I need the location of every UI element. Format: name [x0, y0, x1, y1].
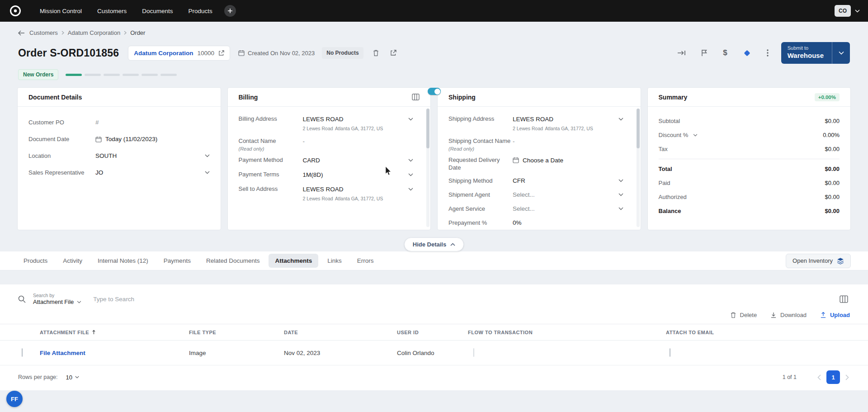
attachment-file-link[interactable]: File Attachment	[40, 350, 189, 356]
field-value[interactable]: Select...	[513, 205, 535, 212]
tab-errors[interactable]: Errors	[351, 254, 380, 268]
app-logo-icon[interactable]	[9, 5, 22, 17]
field-value[interactable]: JO	[95, 169, 103, 176]
submit-arrow-icon[interactable]	[676, 49, 687, 57]
field-value[interactable]: CFR	[513, 177, 525, 184]
avatar[interactable]: FF	[6, 391, 23, 407]
billing-address-field[interactable]: Billing Address LEWES ROAD 2 Lewes Road …	[239, 114, 414, 132]
chevron-down-icon[interactable]	[618, 207, 623, 210]
field-value[interactable]: LEWES ROAD	[303, 186, 344, 193]
shipping-method-field[interactable]: Shipping Method CFR	[448, 176, 623, 186]
status-badge[interactable]: New Orders	[18, 69, 58, 80]
flow-to-transaction-checkbox[interactable]	[473, 348, 474, 357]
open-inventory-button[interactable]: Open Inventory	[786, 254, 851, 268]
kebab-menu-icon[interactable]	[766, 48, 769, 57]
tab-payments[interactable]: Payments	[157, 254, 197, 268]
chevron-down-icon[interactable]	[618, 179, 623, 182]
requested-delivery-date-field[interactable]: Requested Delivery Date Choose a Date	[448, 155, 623, 172]
breadcrumb-customers[interactable]: Customers	[29, 29, 58, 36]
tab-related-documents[interactable]: Related Documents	[200, 254, 266, 268]
diamond-icon[interactable]	[742, 48, 752, 58]
tab-internal-notes[interactable]: Internal Notes (12)	[91, 254, 155, 268]
chevron-down-icon[interactable]	[408, 159, 413, 162]
col-date[interactable]: DATE	[284, 330, 397, 335]
field-value[interactable]: CARD	[303, 157, 320, 164]
chevron-down-icon[interactable]	[205, 154, 210, 157]
prepayment-field[interactable]: Prepayment % 0%	[448, 218, 623, 228]
sort-ascending-icon[interactable]	[92, 330, 96, 335]
search-by-field[interactable]: Attachment File	[33, 298, 74, 305]
customer-chip-name[interactable]: Adatum Corporation	[134, 50, 193, 57]
chevron-down-icon[interactable]	[408, 173, 413, 176]
document-date-field[interactable]: Document Date Today (11/02/2023)	[28, 131, 210, 147]
nav-documents[interactable]: Documents	[136, 4, 179, 19]
external-link-icon[interactable]	[218, 50, 224, 56]
field-value[interactable]: #	[95, 119, 210, 126]
col-attach-to-email[interactable]: ATTACH TO EMAIL	[666, 330, 868, 335]
table-row[interactable]: File Attachment Image Nov 02, 2023 Colin…	[0, 341, 868, 365]
open-in-new-icon[interactable]	[388, 48, 398, 58]
attach-to-email-checkbox[interactable]	[670, 348, 670, 357]
add-new-button[interactable]	[224, 5, 236, 17]
nav-customers[interactable]: Customers	[91, 4, 133, 19]
agent-service-field[interactable]: Agent Service Select...	[448, 204, 623, 214]
breadcrumb-customer-name[interactable]: Adatum Corporation	[68, 29, 120, 36]
chevron-down-icon[interactable]	[408, 188, 413, 191]
page-number-button[interactable]: 1	[826, 370, 840, 384]
field-value[interactable]: Select...	[513, 191, 535, 198]
delete-order-icon[interactable]	[371, 47, 381, 58]
address-sync-toggle[interactable]	[428, 88, 441, 95]
row-checkbox[interactable]	[22, 348, 23, 357]
upload-button[interactable]: Upload	[820, 312, 850, 318]
customer-po-field[interactable]: Customer PO #	[28, 114, 210, 131]
nav-products[interactable]: Products	[182, 4, 219, 19]
sell-to-address-field[interactable]: Sell to Address LEWES ROAD 2 Lewes Road …	[239, 184, 414, 202]
col-flow-to-transaction[interactable]: FLOW TO TRANSACTION	[468, 330, 666, 335]
previous-page-icon[interactable]	[816, 374, 822, 381]
col-user-id[interactable]: USER ID	[397, 330, 468, 335]
payment-terms-field[interactable]: Payment Terms 1M(8D)	[239, 170, 414, 180]
field-value[interactable]: LEWES ROAD	[513, 116, 553, 123]
sales-representative-field[interactable]: Sales Representative JO	[28, 164, 210, 181]
submit-dropdown-icon[interactable]	[832, 42, 850, 64]
next-page-icon[interactable]	[844, 374, 850, 381]
field-value[interactable]: 0%	[513, 219, 522, 226]
field-value[interactable]: LEWES ROAD	[303, 116, 344, 123]
billing-scrollbar[interactable]	[426, 109, 429, 227]
submit-to-warehouse-button[interactable]: Submit to Warehouse	[781, 42, 850, 64]
tab-attachments[interactable]: Attachments	[269, 254, 318, 268]
tab-activity[interactable]: Activity	[57, 254, 89, 268]
currency-icon[interactable]: $	[722, 47, 728, 58]
nav-mission-control[interactable]: Mission Control	[33, 4, 88, 19]
col-file-type[interactable]: FILE TYPE	[189, 330, 284, 335]
company-badge[interactable]: CO	[835, 5, 851, 17]
search-by-selector[interactable]: Search by Attachment File	[33, 293, 81, 305]
col-attachment-file[interactable]: ATTACHMENT FILE	[40, 330, 189, 335]
column-settings-icon[interactable]	[838, 294, 850, 305]
shipment-agent-field[interactable]: Shipment Agent Select...	[448, 190, 623, 200]
chevron-down-icon[interactable]	[618, 193, 623, 196]
location-field[interactable]: Location SOUTH	[28, 147, 210, 164]
hide-details-button[interactable]: Hide Details	[404, 237, 464, 251]
chevron-down-icon[interactable]	[408, 118, 413, 121]
chevron-down-icon[interactable]	[205, 171, 210, 174]
shipping-scrollbar[interactable]	[637, 109, 640, 227]
field-value[interactable]: SOUTH	[95, 152, 117, 159]
tab-products[interactable]: Products	[17, 254, 54, 268]
field-value[interactable]: 1M(8D)	[303, 171, 323, 178]
search-input[interactable]	[93, 296, 838, 303]
flag-icon[interactable]	[700, 48, 708, 57]
field-value[interactable]: Choose a Date	[523, 157, 563, 164]
customer-chip[interactable]: Adatum Corporation 10000	[128, 46, 230, 61]
rows-per-page-select[interactable]: 10	[66, 374, 79, 381]
download-button[interactable]: Download	[770, 312, 807, 318]
delete-button[interactable]: Delete	[730, 312, 757, 318]
chevron-down-icon[interactable]	[693, 134, 698, 137]
field-value[interactable]: Today (11/02/2023)	[105, 136, 157, 142]
chevron-down-icon[interactable]	[855, 9, 860, 13]
chevron-down-icon[interactable]	[618, 118, 623, 121]
payment-method-field[interactable]: Payment Method CARD	[239, 155, 414, 165]
columns-icon[interactable]	[412, 94, 420, 100]
shipping-address-field[interactable]: Shipping Address LEWES ROAD 2 Lewes Road…	[448, 114, 623, 132]
back-arrow-icon[interactable]	[18, 30, 25, 36]
